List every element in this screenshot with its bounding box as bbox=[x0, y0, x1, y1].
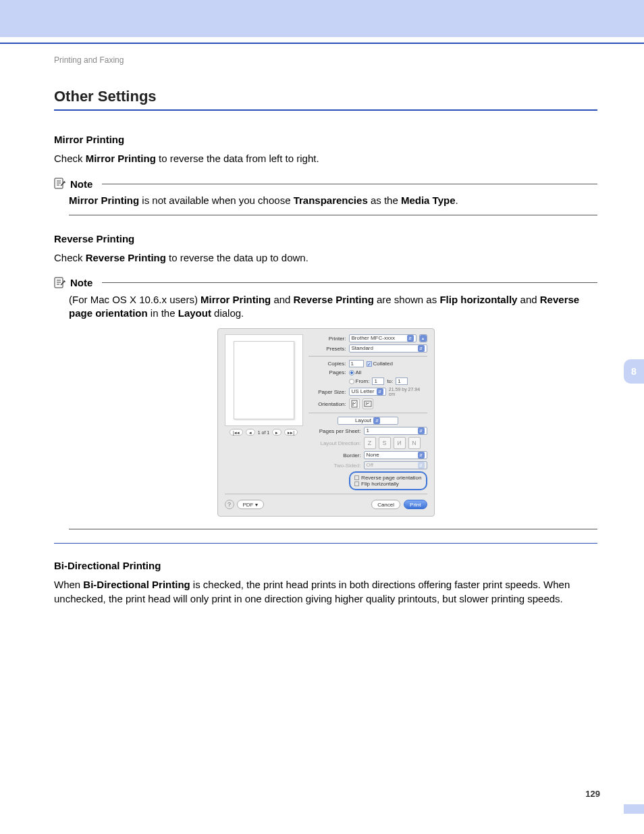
presets-select[interactable]: Standard⇵ bbox=[349, 344, 427, 353]
section-title: Other Settings bbox=[54, 88, 597, 111]
note-icon bbox=[54, 178, 66, 190]
layoutdir-label: Layout Direction: bbox=[308, 440, 361, 446]
collated-checkbox[interactable]: ✓Collated bbox=[367, 361, 393, 367]
border-label: Border: bbox=[308, 452, 361, 459]
orientation-label: Orientation: bbox=[308, 401, 346, 407]
pages-to-input[interactable]: 1 bbox=[396, 377, 408, 385]
nav-next-button[interactable]: ▸ bbox=[272, 429, 281, 436]
printer-info-button[interactable]: ▴ bbox=[419, 334, 427, 342]
pdf-menu-button[interactable]: PDF ▾ bbox=[237, 500, 264, 509]
note-icon bbox=[54, 277, 66, 289]
reverse-heading: Reverse Printing bbox=[54, 233, 597, 244]
pages-all-label: All bbox=[356, 369, 362, 375]
printer-select[interactable]: Brother MFC-xxxx⇵ bbox=[349, 334, 417, 342]
text-bold: Mirror Printing bbox=[69, 194, 139, 206]
papersize-value: US Letter bbox=[352, 388, 375, 396]
note-label: Note bbox=[70, 277, 92, 288]
note-end-rule bbox=[69, 529, 597, 529]
page-content: Printing and Faxing Other Settings Mirro… bbox=[54, 55, 597, 618]
reverse-page-orientation-checkbox[interactable]: Reverse page orientation bbox=[354, 475, 421, 481]
text: Check bbox=[54, 153, 86, 164]
pps-select[interactable]: 1⇵ bbox=[364, 427, 427, 435]
chevron-down-icon: ⇵ bbox=[418, 462, 425, 469]
pages-to-label: to: bbox=[387, 378, 393, 384]
mirror-paragraph: Check Mirror Printing to reverse the dat… bbox=[54, 152, 597, 165]
highlighted-options: Reverse page orientation Flip horizontal… bbox=[349, 471, 427, 490]
note-reverse: Note (For Mac OS X 10.6.x users) Mirror … bbox=[54, 277, 597, 321]
bidi-heading: Bi-Directional Printing bbox=[54, 560, 597, 571]
layoutdir-option-1[interactable]: Z bbox=[364, 437, 376, 449]
layoutdir-option-2[interactable]: S bbox=[379, 437, 391, 449]
text: and bbox=[517, 294, 539, 305]
chevron-down-icon: ⇵ bbox=[377, 388, 383, 395]
nav-last-button[interactable]: ▸▸| bbox=[284, 429, 298, 436]
help-button[interactable]: ? bbox=[225, 500, 234, 509]
text: and bbox=[271, 294, 293, 305]
text-bold: Layout bbox=[178, 307, 211, 319]
page-number: 129 bbox=[585, 789, 600, 799]
preview-nav: |◂◂ ◂ 1 of 1 ▸ ▸▸| bbox=[225, 429, 303, 436]
note-body: (For Mac OS X 10.6.x users) Mirror Print… bbox=[69, 293, 597, 321]
note-mirror: Note Mirror Printing is not available wh… bbox=[54, 178, 597, 215]
opt2-label: Flip horizontally bbox=[361, 481, 399, 487]
orientation-portrait-button[interactable] bbox=[349, 398, 360, 409]
border-select[interactable]: None⇵ bbox=[364, 451, 427, 459]
note-rule bbox=[102, 184, 597, 184]
text-bold: Mirror Printing bbox=[86, 153, 156, 164]
twosided-select: Off⇵ bbox=[364, 461, 427, 469]
orientation-landscape-button[interactable] bbox=[363, 398, 373, 409]
text-bold: Flip horizontally bbox=[439, 294, 517, 305]
text: dialog. bbox=[211, 307, 244, 319]
text: as the bbox=[368, 194, 401, 206]
papersize-dim: 21.59 by 27.94 cm bbox=[389, 387, 427, 396]
twosided-value: Off bbox=[367, 461, 374, 469]
chevron-down-icon: ⇵ bbox=[418, 452, 425, 459]
nav-first-button[interactable]: |◂◂ bbox=[230, 429, 243, 436]
pps-value: 1 bbox=[367, 427, 369, 435]
opt1-label: Reverse page orientation bbox=[361, 475, 421, 481]
mirror-heading: Mirror Printing bbox=[54, 134, 597, 145]
pages-from-radio[interactable]: From: bbox=[349, 378, 370, 384]
panel-section-select[interactable]: Layout⇵ bbox=[338, 417, 398, 425]
flip-horizontally-checkbox[interactable]: Flip horizontally bbox=[354, 481, 421, 487]
note-end-rule bbox=[69, 215, 597, 215]
pps-label: Pages per Sheet: bbox=[308, 428, 361, 434]
papersize-label: Paper Size: bbox=[308, 389, 346, 395]
page-preview bbox=[225, 334, 303, 426]
text: . bbox=[456, 194, 458, 206]
note-rule bbox=[102, 282, 597, 283]
collated-label: Collated bbox=[373, 361, 393, 367]
layoutdir-option-3[interactable]: И bbox=[394, 437, 406, 449]
papersize-select[interactable]: US Letter⇵ bbox=[349, 388, 386, 396]
border-value: None bbox=[367, 451, 379, 459]
pages-label: Pages: bbox=[308, 369, 346, 375]
chevron-down-icon: ⇵ bbox=[418, 345, 425, 352]
pages-from-input[interactable]: 1 bbox=[372, 377, 384, 385]
text-bold: Reverse Printing bbox=[294, 294, 374, 305]
text-bold: Mirror Printing bbox=[200, 294, 271, 305]
chapter-tab: 8 bbox=[624, 359, 644, 384]
printer-value: Brother MFC-xxxx bbox=[352, 334, 395, 342]
breadcrumb: Printing and Faxing bbox=[54, 55, 597, 65]
text: (For Mac OS X 10.6.x users) bbox=[69, 294, 200, 305]
chevron-down-icon: ⇵ bbox=[407, 335, 414, 342]
nav-prev-button[interactable]: ◂ bbox=[246, 429, 255, 436]
footer-accent bbox=[624, 804, 644, 814]
text: in the bbox=[148, 307, 178, 319]
cancel-button[interactable]: Cancel bbox=[371, 500, 400, 509]
text-bold: Reverse Printing bbox=[86, 252, 166, 263]
print-dialog: |◂◂ ◂ 1 of 1 ▸ ▸▸| Printer: Brother MFC-… bbox=[217, 328, 435, 517]
nav-counter: 1 of 1 bbox=[258, 430, 270, 435]
text-bold: Media Type bbox=[401, 194, 456, 206]
pages-all-radio[interactable]: All bbox=[349, 369, 362, 375]
text: Check bbox=[54, 252, 86, 263]
note-label: Note bbox=[70, 178, 92, 190]
presets-label: Presets: bbox=[308, 346, 346, 352]
reverse-paragraph: Check Reverse Printing to reverse the da… bbox=[54, 251, 597, 265]
layoutdir-option-4[interactable]: N bbox=[408, 437, 421, 449]
twosided-label: Two-Sided: bbox=[308, 463, 361, 469]
copies-input[interactable]: 1 bbox=[349, 360, 364, 367]
text-bold: Bi-Directional Printing bbox=[83, 579, 190, 590]
print-button[interactable]: Print bbox=[404, 500, 427, 509]
note-body: Mirror Printing is not available when yo… bbox=[69, 194, 597, 207]
